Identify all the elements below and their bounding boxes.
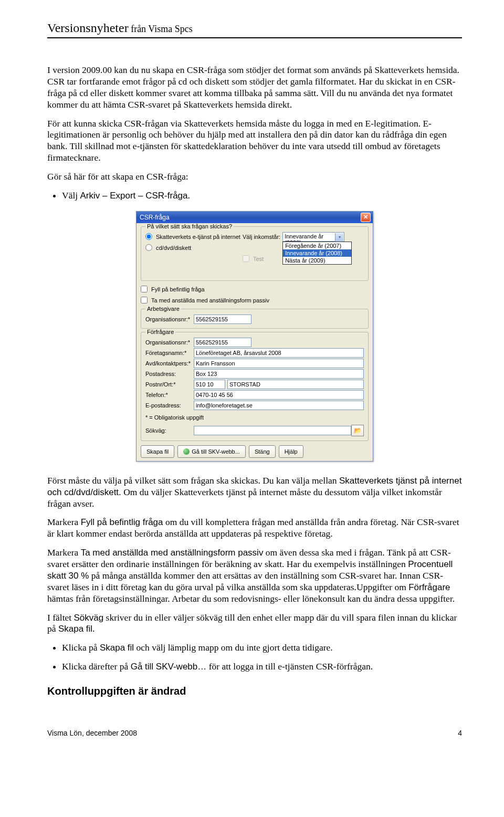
- group-title: På vilket sätt ska frågan skickas?: [145, 223, 234, 229]
- radio-disk[interactable]: [145, 244, 152, 251]
- inkomstar-select[interactable]: Innevarande år (2008) ▾ Föregående år (2…: [282, 232, 344, 242]
- postnr-input[interactable]: [194, 380, 225, 389]
- dropdown-option[interactable]: Innevarande år (2008): [283, 249, 351, 257]
- chevron-down-icon[interactable]: ▾: [335, 233, 343, 242]
- dialog-title: CSR-fråga: [140, 214, 170, 221]
- paragraph-6: Markera Ta med anställda med anställning…: [47, 547, 462, 604]
- csr-dialog: CSR-fråga ✕ På vilket sätt ska frågan sk…: [136, 211, 373, 462]
- globe-icon: [183, 448, 190, 455]
- paragraph-5: Markera Fyll på befintlig fråga om du vi…: [47, 517, 462, 540]
- list-item: Klicka därefter på Gå till SKV-webb… för…: [62, 661, 462, 673]
- arbetsgivare-orgnr-input[interactable]: [194, 315, 251, 324]
- menu-path: Arkiv – Export – CSR-fråga: [80, 191, 188, 201]
- dropdown-option[interactable]: Föregående år (2007): [283, 242, 351, 249]
- group-arbetsgivare: Arbetsgivare Organisationsnr:*: [141, 309, 369, 329]
- inkomstar-dropdown-list[interactable]: Föregående år (2007) Innevarande år (200…: [282, 242, 352, 265]
- folder-icon: 📂: [354, 427, 362, 434]
- inkomstar-label: Välj inkomstår:: [243, 234, 280, 240]
- list-item: Välj Arkiv – Export – CSR-fråga.: [62, 190, 462, 202]
- checkbox-passiv[interactable]: Ta med anställda med anställningsform pa…: [141, 295, 369, 306]
- paragraph-7: I fältet Sökväg skriver du in eller välj…: [47, 612, 462, 635]
- paragraph-4: Först måste du välja på vilket sätt som …: [47, 475, 462, 510]
- page-footer: Visma Lön, december 2008 4: [47, 729, 462, 737]
- dialog-screenshot: CSR-fråga ✕ På vilket sätt ska frågan sk…: [47, 211, 462, 462]
- section-heading: Kontrolluppgiften är ändrad: [47, 685, 462, 697]
- close-icon[interactable]: ✕: [361, 213, 371, 222]
- list-item: Klicka på Skapa fil och välj lämplig map…: [62, 642, 462, 654]
- hjalp-button[interactable]: Hjälp: [279, 445, 303, 458]
- sokvag-input[interactable]: [194, 426, 351, 435]
- checkbox-fyllpa[interactable]: Fyll på befintlig fråga: [141, 284, 369, 295]
- radio-internet[interactable]: [145, 233, 152, 240]
- bullet-list-2: Klicka på Skapa fil och välj lämplig map…: [47, 642, 462, 673]
- forfragare-orgnr-input[interactable]: [194, 338, 251, 347]
- test-checkbox: [243, 255, 249, 262]
- header-title: Versionsnyheter: [47, 21, 129, 35]
- stang-button[interactable]: Stäng: [249, 445, 276, 458]
- paragraph-3: Gör så här för att skapa en CSR-fråga:: [47, 171, 462, 183]
- page-number: 4: [458, 729, 462, 737]
- page-header: Versionsnyheter från Visma Spcs: [47, 21, 462, 38]
- skapa-fil-button[interactable]: Skapa fil: [141, 445, 174, 458]
- footer-left: Visma Lön, december 2008: [47, 729, 137, 737]
- radio-row-internet[interactable]: Skatteverkets e-tjänst på internet: [145, 232, 243, 242]
- orgnr-label: Organisationsnr:*: [145, 316, 194, 322]
- group-forfragare: Förfrågare Organisationsnr:* Företagsnam…: [141, 332, 369, 441]
- header-from: från Visma Spcs: [129, 24, 193, 34]
- group-send-method: På vilket sätt ska frågan skickas? Skatt…: [141, 226, 369, 281]
- postadress-input[interactable]: [194, 369, 364, 379]
- dialog-titlebar[interactable]: CSR-fråga ✕: [136, 212, 373, 223]
- paragraph-2: För att kunna skicka CSR-frågan via Skat…: [47, 118, 462, 164]
- dropdown-option[interactable]: Nästa år (2009): [283, 257, 351, 264]
- browse-button[interactable]: 📂: [351, 425, 364, 436]
- mandatory-note: * = Obligatorisk uppgift: [145, 414, 364, 421]
- ga-till-skv-button[interactable]: Gå till SKV-webb...: [177, 445, 246, 458]
- epost-input[interactable]: [194, 401, 364, 410]
- radio-row-disk[interactable]: cd/dvd/diskett: [145, 243, 243, 253]
- telefon-input[interactable]: [194, 390, 364, 400]
- paragraph-1: I version 2009.00 kan du nu skapa en CSR…: [47, 65, 462, 111]
- foretagsnamn-input[interactable]: [194, 348, 364, 358]
- bullet-list-1: Välj Arkiv – Export – CSR-fråga.: [47, 190, 462, 202]
- avd-kontaktpers-input[interactable]: [194, 359, 364, 368]
- ort-input[interactable]: [227, 380, 364, 389]
